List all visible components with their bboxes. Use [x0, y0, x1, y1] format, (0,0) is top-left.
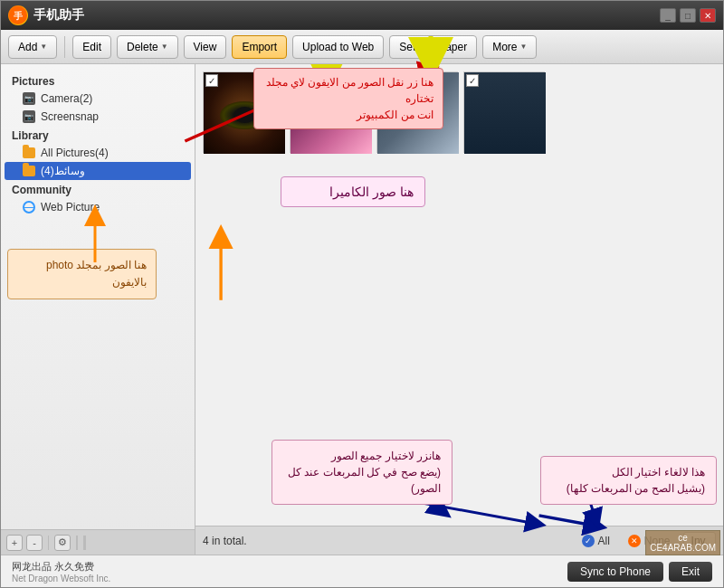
sidebar-divider — [48, 536, 49, 550]
library-section-title: Library — [5, 126, 191, 144]
globe-icon — [23, 201, 35, 213]
sidebar-settings-button[interactable]: ⚙ — [54, 535, 71, 551]
app-title: 手机助手 — [33, 7, 84, 24]
add-button[interactable]: Add ▼ — [8, 35, 57, 59]
more-dropdown-arrow: ▼ — [520, 43, 528, 51]
view-button[interactable]: View — [184, 35, 227, 59]
title-bar: 手 手机助手 _ □ ✕ — [1, 1, 723, 30]
content-area: ✓ ✓ ✓ ✓ 4 in — [195, 64, 723, 555]
photo-item-3[interactable]: ✓ — [376, 71, 458, 153]
sidebar-add-button[interactable]: + — [6, 535, 23, 551]
community-section-title: Community — [5, 180, 191, 198]
status-bar: 4 in total. ✓ All ✕ None Inv. — [195, 526, 723, 555]
camera-label: Camera(2) — [41, 92, 92, 105]
copyright-text: Net Dragon Websoft Inc. — [12, 574, 110, 583]
select-all-icon: ✓ — [582, 535, 595, 547]
sidebar-item-screensnap[interactable]: 📷 Screensnap — [5, 108, 191, 126]
camera-icon: 📷 — [23, 92, 35, 105]
sidebar-item-web-picture[interactable]: Web Picture — [5, 198, 191, 216]
sync-button[interactable]: Sync to Phone — [567, 562, 663, 582]
sidebar: Pictures 📷 Camera(2) 📷 Screensnap Librar… — [1, 64, 195, 555]
sidebar-divider-2 — [76, 536, 78, 550]
sidebar-remove-button[interactable]: - — [26, 535, 43, 551]
screensnap-icon: 📷 — [23, 110, 35, 123]
maximize-button[interactable]: □ — [680, 8, 696, 23]
minimize-button[interactable]: _ — [660, 8, 676, 23]
select-none-icon: ✕ — [628, 535, 641, 547]
toolbar: Add ▼ Edit Delete ▼ View Emport Upload t… — [1, 30, 723, 64]
folder-icon — [23, 147, 35, 158]
app-icon: 手 — [8, 5, 28, 25]
app-logo: 手 手机助手 — [8, 5, 84, 25]
toolbar-sep-1 — [64, 36, 65, 58]
add-dropdown-arrow: ▼ — [40, 43, 47, 51]
pictures-section-title: Pictures — [5, 71, 191, 90]
photo-checkbox-3[interactable]: ✓ — [379, 74, 392, 87]
delete-dropdown-arrow: ▼ — [161, 43, 168, 51]
upload-button[interactable]: Upload to Web — [292, 35, 384, 59]
photo-checkbox-2[interactable]: ✓ — [292, 74, 305, 87]
sidebar-item-all-pictures[interactable]: All Pictures(4) — [5, 144, 191, 162]
photo-item-2[interactable]: ✓ — [290, 71, 371, 153]
sidebar-toolbar: + - ⚙ — [1, 529, 195, 555]
wasaet-folder-icon — [23, 166, 35, 176]
footer: 网龙出品 永久免费 Net Dragon Websoft Inc. Sync t… — [1, 555, 723, 587]
close-button[interactable]: ✕ — [700, 8, 716, 23]
footer-buttons: Sync to Phone Exit — [567, 562, 712, 582]
screensnap-label: Screensnap — [41, 110, 99, 123]
main-window: 手 手机助手 _ □ ✕ Add ▼ Edit Delete ▼ View Em… — [0, 0, 724, 588]
total-count: 4 in total. — [203, 535, 247, 547]
more-button[interactable]: More ▼ — [482, 35, 537, 59]
svg-text:手: 手 — [14, 11, 24, 21]
photo-checkbox-4[interactable]: ✓ — [466, 74, 479, 87]
select-none-label: None — [644, 535, 671, 547]
sidebar-grip — [83, 536, 86, 550]
company-name: 网龙出品 永久免费 — [12, 560, 110, 574]
sidebar-item-camera[interactable]: 📷 Camera(2) — [5, 90, 191, 108]
photo-item-1[interactable]: ✓ — [203, 71, 284, 153]
all-pictures-label: All Pictures(4) — [41, 147, 109, 159]
web-picture-label: Web Picture — [41, 201, 100, 213]
footer-text: 网龙出品 永久免费 Net Dragon Websoft Inc. — [12, 560, 110, 583]
sidebar-item-wasaet[interactable]: وسائط(4) — [5, 162, 191, 180]
photo-checkbox-1[interactable]: ✓ — [205, 74, 218, 87]
sidebar-content: Pictures 📷 Camera(2) 📷 Screensnap Librar… — [1, 64, 195, 529]
select-all-button[interactable]: ✓ All — [576, 533, 615, 549]
content-wrapper: Pictures 📷 Camera(2) 📷 Screensnap Librar… — [1, 64, 723, 555]
edit-button[interactable]: Edit — [72, 35, 111, 59]
select-none-button[interactable]: ✕ None — [623, 533, 676, 549]
invert-button[interactable]: Inv. — [683, 532, 716, 550]
window-controls: _ □ ✕ — [660, 8, 716, 23]
photo-grid: ✓ ✓ ✓ ✓ — [195, 64, 723, 526]
select-all-label: All — [598, 535, 610, 547]
wallpaper-button[interactable]: Set Wallpaper — [389, 35, 477, 59]
exit-button[interactable]: Exit — [669, 562, 712, 582]
emport-button[interactable]: Emport — [232, 35, 287, 59]
photo-item-4[interactable]: ✓ — [463, 71, 545, 153]
wasaet-label: وسائط(4) — [41, 165, 85, 177]
delete-button[interactable]: Delete ▼ — [117, 35, 178, 59]
